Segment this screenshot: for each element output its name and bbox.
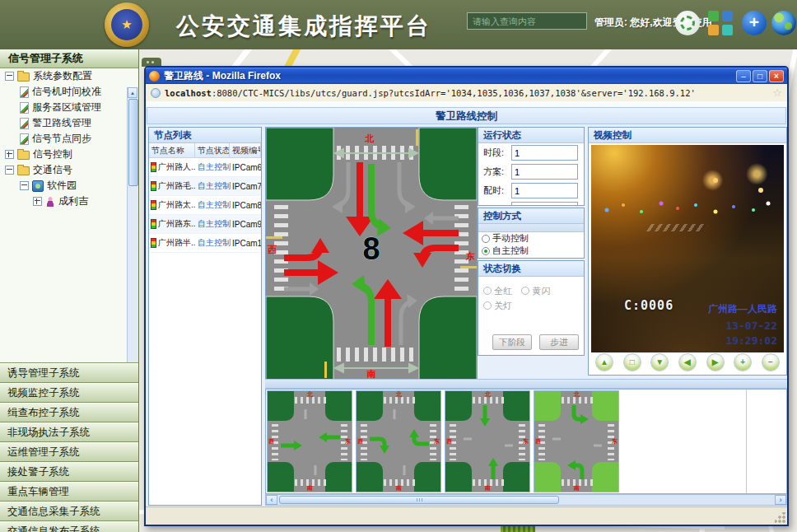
radio-manual-control[interactable]: 手动控制: [478, 232, 584, 245]
phase-arrows-ns-through: [445, 391, 530, 492]
apps-grid-icon[interactable]: [708, 11, 733, 35]
radio-icon[interactable]: [482, 235, 490, 243]
scroll-up-icon[interactable]: [128, 87, 137, 98]
sidebar-subsystem-menu: 诱导管理子系统 视频监控子系统 缉查布控子系统 非现场执法子系统 运维管理子系统…: [0, 363, 138, 532]
collapse-icon[interactable]: [20, 181, 29, 190]
traffic-light-icon: [151, 219, 156, 229]
tree-node-chengliji[interactable]: 成利吉: [0, 194, 138, 209]
ptz-zoom-out-button[interactable]: −: [762, 353, 780, 371]
sidebar-item-offsite-enforcement[interactable]: 非现场执法子系统: [0, 422, 138, 442]
expand-icon[interactable]: [33, 197, 42, 206]
timing-input[interactable]: [511, 183, 578, 198]
radio-all-red[interactable]: 全红: [483, 285, 512, 297]
expand-icon[interactable]: [5, 150, 14, 159]
url-text[interactable]: localhost:8080/CTC-MICS/libs/utcs/guard.…: [165, 88, 768, 98]
table-row[interactable]: 广州路人... 自主控制 IPCam6: [149, 158, 261, 177]
phase-thumbnail-ns-through[interactable]: 北 南 西 东: [445, 390, 530, 492]
table-row[interactable]: 广州路东... 自主控制 IPCam9: [149, 215, 261, 234]
app-icon: [32, 180, 44, 192]
tree-node-signal-control[interactable]: 信号控制: [0, 147, 138, 162]
person-icon: [45, 197, 55, 207]
sidebar-tree: 系统参数配置 信号机时间校准 服务器区域管理 警卫路线管理 信号节点同步 信号控…: [0, 68, 138, 363]
app-title: 公安交通集成指挥平台: [176, 11, 431, 42]
clipped-input[interactable]: [511, 202, 578, 206]
maximize-button[interactable]: □: [753, 70, 767, 82]
radio-icon[interactable]: [483, 301, 492, 310]
ptz-zoom-in-button[interactable]: +: [734, 353, 752, 371]
page-icon: [20, 133, 29, 145]
scroll-thumb[interactable]: [128, 99, 138, 186]
window-titlebar[interactable]: 警卫路线 - Mozilla Firefox – □ ×: [146, 68, 787, 84]
plan-input[interactable]: [511, 164, 578, 180]
bookmark-star-icon[interactable]: ☆: [772, 86, 782, 99]
tree-node-traffic-signal[interactable]: 交通信号: [0, 162, 138, 178]
ptz-right-button[interactable]: ▶: [706, 353, 725, 371]
radio-lights-off[interactable]: 关灯: [483, 300, 512, 312]
page-icon: [20, 86, 29, 98]
thumbnail-scrollbar[interactable]: [265, 494, 787, 506]
radio-autonomous-control[interactable]: 自主控制: [478, 245, 584, 257]
ptz-up-button[interactable]: ▲: [595, 353, 613, 371]
sidebar-item-key-vehicle-mgmt[interactable]: 重点车辆管理: [0, 482, 138, 502]
tree-leaf-guard-route-mgmt[interactable]: 警卫路线管理: [0, 115, 138, 131]
tree-leaf-server-region-mgmt[interactable]: 服务器区域管理: [0, 100, 138, 115]
page-top-strip: [146, 101, 787, 107]
table-row[interactable]: 广州路毛... 自主控制 IPCam7: [149, 177, 261, 196]
page-icon: [20, 118, 29, 129]
table-row[interactable]: 广州路半... 自主控制 IPCam10: [149, 234, 261, 253]
page-title: 警卫路线控制: [147, 107, 786, 124]
ptz-controls: ▲ □ ▼ ◀ ▶ + −: [589, 352, 786, 373]
close-button[interactable]: ×: [769, 70, 784, 82]
ptz-down-button[interactable]: ▼: [650, 353, 669, 371]
sidebar-item-traffic-info-publish[interactable]: 交通信息发布子系统: [0, 521, 138, 532]
tree-node-software-park[interactable]: 软件园: [0, 178, 138, 194]
ptz-left-button[interactable]: ◀: [678, 353, 697, 371]
resize-grip[interactable]: [775, 512, 785, 523]
collapse-icon[interactable]: [5, 166, 14, 175]
timing-label: 配时:: [483, 184, 511, 197]
radio-icon[interactable]: [521, 287, 529, 295]
radio-yellow-flash[interactable]: 黄闪: [521, 285, 550, 297]
tree-leaf-signal-time-calibration[interactable]: 信号机时间校准: [0, 84, 138, 100]
scroll-right-icon[interactable]: [775, 495, 786, 505]
add-plus-icon[interactable]: +: [742, 11, 767, 35]
refresh-recycle-icon[interactable]: [675, 11, 700, 35]
scroll-thumb[interactable]: [279, 496, 559, 504]
column-node-status[interactable]: 节点状态: [195, 143, 230, 157]
tree-leaf-signal-node-sync[interactable]: 信号节点同步: [0, 131, 138, 147]
ptz-stop-button[interactable]: □: [623, 353, 641, 371]
phase-thumbnail-ew-through[interactable]: 北 南 西 东: [267, 390, 352, 492]
phase-thumbnail-ew-left[interactable]: 北 南 西 东: [356, 390, 441, 492]
globe-icon[interactable]: [771, 11, 796, 35]
radio-icon[interactable]: [483, 287, 492, 295]
sidebar-item-alarm-dispatch[interactable]: 接处警子系统: [0, 462, 138, 482]
sidebar-item-guidance[interactable]: 诱导管理子系统: [0, 363, 138, 383]
radio-selected-icon[interactable]: [482, 247, 490, 255]
sidebar-item-ops-management[interactable]: 运维管理子系统: [0, 442, 138, 462]
scroll-left-icon[interactable]: [266, 495, 277, 505]
state-switch-panel: 状态切换 全红 黄闪 关灯 下阶段 步进: [478, 260, 585, 356]
column-video-id[interactable]: 视频编号: [230, 143, 261, 157]
intersection-diagram: 北 西 东 南 8: [265, 127, 478, 380]
sidebar-item-traffic-info-collection[interactable]: 交通信息采集子系统: [0, 502, 138, 521]
table-row[interactable]: 广州路太... 自主控制 IPCam8: [149, 196, 261, 215]
control-mode-panel: 控制方式 手动控制 自主控制: [478, 208, 585, 259]
period-input[interactable]: [511, 145, 578, 161]
site-globe-icon: [151, 88, 161, 98]
crosswalk-south: [337, 348, 413, 362]
next-stage-button[interactable]: 下阶段: [492, 334, 532, 350]
tree-scrollbar[interactable]: [127, 87, 138, 363]
sidebar-item-video-surveillance[interactable]: 视频监控子系统: [0, 383, 138, 403]
camera-id-overlay: C:0006: [624, 298, 673, 313]
phase-thumbnail-ns-left-active[interactable]: 北 南 西 东: [534, 390, 619, 492]
panel-subband: [478, 224, 584, 232]
minimize-button[interactable]: –: [736, 70, 751, 82]
thumbnail-divider: [746, 390, 747, 493]
sidebar-header-signal-subsystem[interactable]: 信号管理子系统: [0, 49, 138, 68]
column-node-name[interactable]: 节点名称: [149, 143, 195, 157]
collapse-icon[interactable]: [5, 72, 14, 81]
sidebar-item-investigation-control[interactable]: 缉查布控子系统: [0, 403, 138, 422]
tree-node-system-params[interactable]: 系统参数配置: [0, 68, 138, 84]
step-button[interactable]: 步进: [539, 334, 579, 350]
search-input[interactable]: [468, 14, 586, 30]
